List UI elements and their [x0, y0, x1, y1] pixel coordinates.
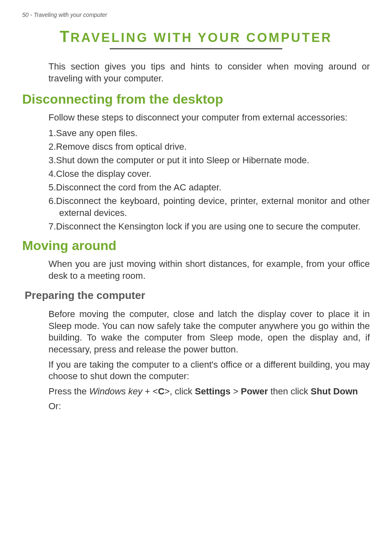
- text: Press the: [48, 386, 89, 396]
- list-item: 1.Save any open files.: [48, 127, 370, 139]
- list-item: 6.Disconnect the keyboard, pointing devi…: [48, 195, 370, 219]
- list-item: 5.Disconnect the cord from the AC adapte…: [48, 181, 370, 193]
- list-item: 3.Shut down the computer or put it into …: [48, 154, 370, 166]
- heading-moving-around: Moving around: [22, 238, 370, 253]
- list-item: 2.Remove discs from optical drive.: [48, 141, 370, 153]
- key-c: C: [158, 386, 164, 396]
- preparing-para-2: If you are taking the computer to a clie…: [48, 359, 370, 382]
- title-underline: [110, 48, 282, 49]
- moving-lead: When you are just moving within short di…: [48, 258, 370, 282]
- disconnecting-lead: Follow these steps to disconnect your co…: [48, 112, 370, 124]
- title-first-char: T: [60, 28, 70, 45]
- text: >: [231, 386, 241, 396]
- text: then click: [268, 386, 311, 396]
- windows-key-label: Windows key: [89, 386, 142, 396]
- list-item: 7.Disconnect the Kensington lock if you …: [48, 220, 370, 232]
- shut-down-label: Shut Down: [311, 386, 358, 396]
- disconnecting-steps: 1.Save any open files. 2.Remove discs fr…: [48, 127, 370, 232]
- or-text: Or:: [48, 401, 370, 412]
- settings-label: Settings: [195, 386, 231, 396]
- intro-paragraph: This section gives you tips and hints to…: [48, 61, 370, 84]
- text: >, click: [164, 386, 195, 396]
- power-label: Power: [241, 386, 268, 396]
- heading-disconnecting: Disconnecting from the desktop: [22, 92, 370, 107]
- heading-preparing: Preparing the computer: [25, 289, 370, 302]
- title-rest: RAVELING WITH YOUR COMPUTER: [70, 30, 332, 45]
- text: + <: [142, 386, 158, 396]
- list-item: 4.Close the display cover.: [48, 168, 370, 180]
- preparing-shortcut: Press the Windows key + <C>, click Setti…: [48, 386, 370, 398]
- preparing-para-1: Before moving the computer, close and la…: [48, 308, 370, 355]
- running-header: 50 - Traveling with your computer: [22, 12, 370, 18]
- page-title: TRAVELING WITH YOUR COMPUTER: [22, 28, 370, 46]
